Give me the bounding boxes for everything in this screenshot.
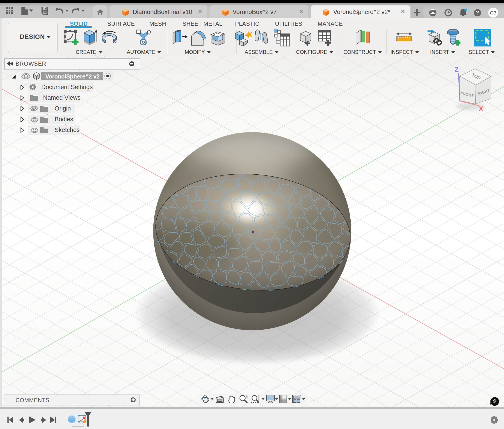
- svg-text:X: X: [479, 105, 483, 112]
- svg-text:Z: Z: [455, 66, 459, 73]
- svg-text:?: ?: [476, 9, 479, 16]
